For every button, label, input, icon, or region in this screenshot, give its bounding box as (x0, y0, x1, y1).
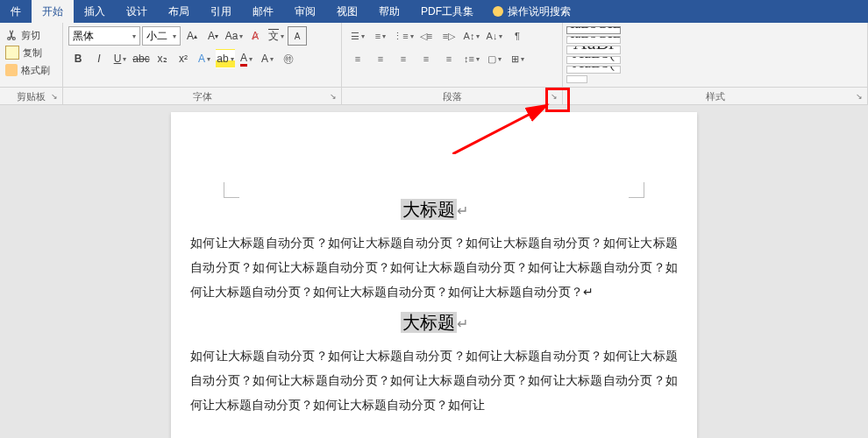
chevron-down-icon: ▾ (132, 32, 136, 40)
clipboard-group: 剪切 复制 格式刷 (0, 23, 63, 87)
style-sample: AaBl (573, 46, 614, 53)
font-group-label: 字体 ↘ (63, 88, 342, 104)
margin-corner-icon (224, 182, 239, 198)
cut-button[interactable]: 剪切 (5, 26, 57, 44)
distributed-button[interactable]: ≡ (438, 49, 459, 68)
body-paragraph-2[interactable]: 如何让大标题自动分页？如何让大标题自动分页？如何让大标题自动分页？如何让大标题自… (190, 343, 678, 417)
style-heading2[interactable]: AaBb( 标题 2 (566, 56, 621, 64)
bold-button[interactable]: B (68, 49, 88, 68)
heading-text: 大标题 (401, 312, 457, 333)
margin-corner-icon (629, 182, 644, 198)
clipboard-dialog-launcher[interactable]: ↘ (47, 89, 60, 102)
heading-1[interactable]: 大标题↵ (190, 198, 678, 222)
change-case-button[interactable]: Aa (224, 26, 244, 46)
highlight-button[interactable]: ab (216, 49, 235, 68)
body-paragraph-1[interactable]: 如何让大标题自动分页？如何让大标题自动分页？如何让大标题自动分页？如何让大标题自… (190, 230, 678, 304)
font-dialog-launcher[interactable]: ↘ (326, 89, 339, 102)
tab-pdf-tools[interactable]: PDF工具集 (410, 0, 484, 23)
style-heading1[interactable]: AaBl 标题 1 (566, 46, 621, 53)
scissors-icon (5, 29, 18, 41)
text-direction-button[interactable]: A↕ (461, 26, 482, 46)
decrease-indent-button[interactable]: ◁≡ (416, 26, 437, 46)
subscript-button[interactable]: x₂ (153, 49, 172, 68)
document-canvas[interactable]: 大标题↵ 如何让大标题自动分页？如何让大标题自动分页？如何让大标题自动分页？如何… (0, 105, 868, 438)
enclose-character-button[interactable]: ㊕ (279, 49, 298, 68)
format-painter-button[interactable]: 格式刷 (5, 61, 57, 79)
annotation-arrow (452, 102, 558, 154)
multilevel-list-button[interactable]: ⋮≡ (393, 26, 414, 46)
show-marks-button[interactable]: ¶ (507, 26, 528, 46)
styles-group-label: 样式 ↘ (563, 88, 868, 104)
chevron-down-icon: ▾ (173, 32, 176, 40)
group-labels: 剪贴板 ↘ 字体 ↘ 段落 ↘ 样式 ↘ (0, 88, 868, 105)
align-center-button[interactable]: ≡ (370, 49, 391, 68)
style-sample: AaBb( (573, 56, 615, 62)
style-subtitle[interactable]: Aa 副 (566, 75, 587, 83)
tab-help[interactable]: 帮助 (368, 0, 410, 23)
style-title[interactable]: AaBb( 标题 (566, 66, 621, 74)
text-effects-button[interactable]: A (195, 49, 214, 68)
tab-references[interactable]: 引用 (200, 0, 242, 23)
character-shading-button[interactable]: A (258, 49, 277, 68)
bullets-button[interactable]: ☰ (347, 26, 368, 46)
grow-font-button[interactable]: A▴ (182, 26, 202, 46)
svg-point-0 (8, 38, 11, 40)
shading-button[interactable]: ▢ (484, 49, 505, 68)
clipboard-group-label: 剪贴板 ↘ (0, 88, 63, 104)
style-sample: AaBbCcD (566, 26, 621, 32)
style-normal[interactable]: AaBbCcD ↵正文 (566, 26, 621, 34)
document-page[interactable]: 大标题↵ 如何让大标题自动分页？如何让大标题自动分页？如何让大标题自动分页？如何… (171, 112, 697, 438)
style-sample: Aa (569, 75, 586, 81)
phonetic-guide-button[interactable]: 文 (267, 26, 286, 46)
line-spacing-button[interactable]: ↕≡ (461, 49, 482, 68)
styles-group: AaBbCcD ↵正文 AaBbCcD ↵无间隔 AaBl 标题 1 AaBb(… (563, 23, 868, 87)
font-family-select[interactable]: 黑体 ▾ (68, 26, 140, 46)
font-color-button[interactable]: A (237, 49, 256, 68)
style-no-spacing[interactable]: AaBbCcD ↵无间隔 (566, 36, 621, 44)
superscript-button[interactable]: x² (174, 49, 193, 68)
strikethrough-button[interactable]: abc (132, 49, 151, 68)
tab-review[interactable]: 审阅 (284, 0, 326, 23)
justify-button[interactable]: ≡ (416, 49, 437, 68)
style-label: ↵无间隔 (577, 43, 610, 45)
tab-mailings[interactable]: 邮件 (242, 0, 284, 23)
font-family-value: 黑体 (73, 29, 94, 44)
font-group: 黑体 ▾ 小二 ▾ A▴ A▾ Aa A̷ 文 A B I U abc x₂ x… (63, 23, 342, 87)
heading-text: 大标题 (401, 199, 457, 220)
align-left-button[interactable]: ≡ (347, 49, 368, 68)
format-painter-label: 格式刷 (21, 64, 50, 77)
styles-dialog-launcher[interactable]: ↘ (852, 89, 865, 102)
lightbulb-icon (493, 6, 503, 17)
increase-indent-button[interactable]: ≡▷ (438, 26, 459, 46)
font-size-select[interactable]: 小二 ▾ (142, 26, 181, 46)
brush-icon (5, 64, 18, 76)
annotation-highlight-box (545, 88, 570, 112)
sort-button[interactable]: A↓ (484, 26, 505, 46)
copy-icon (5, 46, 19, 60)
cut-label: 剪切 (21, 29, 40, 42)
shrink-font-button[interactable]: A▾ (203, 26, 223, 46)
style-sample: AaBb( (573, 66, 615, 72)
paragraph-mark-icon: ↵ (457, 203, 468, 218)
numbering-button[interactable]: ≡ (370, 26, 391, 46)
borders-button[interactable]: ⊞ (507, 49, 528, 68)
italic-button[interactable]: I (89, 49, 109, 68)
tab-design[interactable]: 设计 (116, 0, 158, 23)
tab-home[interactable]: 开始 (32, 0, 74, 23)
tab-insert[interactable]: 插入 (74, 0, 116, 23)
tab-view[interactable]: 视图 (326, 0, 368, 23)
tell-me-search[interactable]: 操作说明搜索 (484, 4, 580, 19)
tab-file[interactable]: 件 (0, 0, 32, 23)
paragraph-group: ☰ ≡ ⋮≡ ◁≡ ≡▷ A↕ A↓ ¶ ≡ ≡ ≡ ≡ ≡ ↕≡ ▢ ⊞ (342, 23, 563, 87)
copy-button[interactable]: 复制 (5, 44, 57, 61)
tab-layout[interactable]: 布局 (158, 0, 200, 23)
style-label: 副 (573, 81, 581, 83)
paragraph-mark-icon: ↵ (457, 316, 468, 331)
align-right-button[interactable]: ≡ (393, 49, 414, 68)
character-border-button[interactable]: A (288, 26, 307, 46)
svg-line-2 (452, 105, 547, 154)
heading-2[interactable]: 大标题↵ (190, 311, 678, 335)
clear-formatting-button[interactable]: A̷ (245, 26, 265, 46)
ribbon-tabs: 件 开始 插入 设计 布局 引用 邮件 审阅 视图 帮助 PDF工具集 操作说明… (0, 0, 868, 23)
underline-button[interactable]: U (110, 49, 130, 68)
